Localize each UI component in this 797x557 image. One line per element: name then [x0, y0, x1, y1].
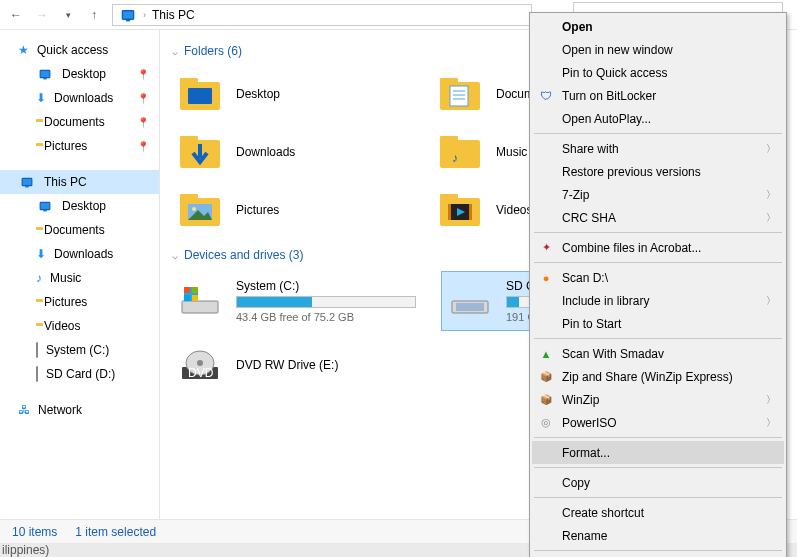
submenu-arrow-icon: 〉 [766, 416, 776, 430]
svg-rect-1 [180, 78, 198, 84]
sidebar-this-pc[interactable]: This PC [0, 170, 159, 194]
menu-create-shortcut[interactable]: Create shortcut [532, 501, 784, 524]
drive-usage-bar [236, 296, 416, 308]
sidebar-pc-downloads[interactable]: ⬇Downloads [0, 242, 159, 266]
folder-downloads[interactable]: Downloads [172, 126, 432, 178]
svg-rect-22 [469, 204, 472, 220]
svg-text:DVD: DVD [188, 366, 214, 380]
drive-dvd-e[interactable]: DVD DVD RW Drive (E:) [172, 336, 442, 394]
menu-format[interactable]: Format... [532, 441, 784, 464]
menu-restore-versions[interactable]: Restore previous versions [532, 160, 784, 183]
menu-scan-d[interactable]: ●Scan D:\ [532, 266, 784, 289]
address-bar[interactable]: › This PC [112, 4, 532, 26]
pin-icon: 📍 [137, 93, 149, 104]
svg-rect-4 [440, 78, 458, 84]
submenu-arrow-icon: 〉 [766, 211, 776, 225]
menu-share-with[interactable]: Share with〉 [532, 137, 784, 160]
svg-rect-27 [184, 295, 190, 301]
winzip-icon: 📦 [538, 369, 554, 385]
svg-rect-12 [440, 136, 458, 142]
desktop-icon [36, 67, 54, 81]
svg-rect-23 [182, 301, 218, 313]
downloads-icon: ⬇ [36, 247, 46, 261]
sidebar-pc-sdcard-d[interactable]: SD Card (D:) [0, 362, 159, 386]
menu-separator [534, 338, 782, 339]
submenu-arrow-icon: 〉 [766, 294, 776, 308]
svg-rect-28 [192, 295, 198, 301]
menu-open[interactable]: Open [532, 15, 784, 38]
sidebar-pc-documents[interactable]: Documents [0, 218, 159, 242]
chevron-right-icon: › [143, 10, 146, 20]
sidebar-pc-system-c[interactable]: System (C:) [0, 338, 159, 362]
drive-icon [446, 279, 494, 323]
menu-autoplay[interactable]: Open AutoPlay... [532, 107, 784, 130]
submenu-arrow-icon: 〉 [766, 188, 776, 202]
sidebar-network[interactable]: 🖧Network [0, 398, 159, 422]
drive-name: DVD RW Drive (E:) [236, 358, 438, 372]
svg-rect-11 [440, 140, 480, 168]
sidebar-pc-pictures[interactable]: Pictures [0, 290, 159, 314]
sidebar-pc-videos[interactable]: Videos [0, 314, 159, 338]
sidebar-qa-documents[interactable]: Documents📍 [0, 110, 159, 134]
avast-icon: ● [538, 270, 554, 286]
up-button[interactable]: ↑ [82, 3, 106, 27]
downloads-icon: ⬇ [36, 91, 46, 105]
menu-include-library[interactable]: Include in library〉 [532, 289, 784, 312]
menu-bitlocker[interactable]: 🛡Turn on BitLocker [532, 84, 784, 107]
sidebar-qa-pictures[interactable]: Pictures📍 [0, 134, 159, 158]
poweriso-icon: ◎ [538, 415, 554, 431]
this-pc-icon [18, 175, 36, 189]
menu-separator [534, 497, 782, 498]
menu-separator [534, 550, 782, 551]
breadcrumb-current[interactable]: This PC [152, 8, 195, 22]
folder-pictures[interactable]: Pictures [172, 184, 432, 236]
menu-7zip[interactable]: 7-Zip〉 [532, 183, 784, 206]
menu-winzip[interactable]: 📦WinZip〉 [532, 388, 784, 411]
smadav-icon: ▲ [538, 346, 554, 362]
svg-rect-25 [184, 287, 190, 293]
folder-desktop[interactable]: Desktop [172, 68, 432, 120]
menu-separator [534, 467, 782, 468]
menu-pin-quick-access[interactable]: Pin to Quick access [532, 61, 784, 84]
sidebar-qa-desktop[interactable]: Desktop📍 [0, 62, 159, 86]
menu-rename[interactable]: Rename [532, 524, 784, 547]
menu-separator [534, 133, 782, 134]
svg-rect-15 [180, 194, 198, 200]
drive-system-c[interactable]: System (C:) 43.4 GB free of 75.2 GB [172, 272, 442, 330]
recent-dropdown[interactable]: ▾ [56, 3, 80, 27]
menu-zip-share[interactable]: 📦Zip and Share (WinZip Express) [532, 365, 784, 388]
menu-combine-acrobat[interactable]: ✦Combine files in Acrobat... [532, 236, 784, 259]
svg-rect-2 [188, 88, 212, 104]
menu-pin-start[interactable]: Pin to Start [532, 312, 784, 335]
menu-open-new-window[interactable]: Open in new window [532, 38, 784, 61]
sidebar-qa-downloads[interactable]: ⬇Downloads📍 [0, 86, 159, 110]
status-item-count: 10 items [12, 525, 57, 539]
sidebar-pc-music[interactable]: ♪Music [0, 266, 159, 290]
drive-icon [36, 367, 38, 381]
status-selected-count: 1 item selected [75, 525, 156, 539]
navigation-pane: ★ Quick access Desktop📍 ⬇Downloads📍 Docu… [0, 30, 160, 533]
chevron-down-icon: ⌵ [172, 250, 178, 261]
svg-rect-19 [440, 194, 458, 200]
menu-copy[interactable]: Copy [532, 471, 784, 494]
sidebar-quick-access[interactable]: ★ Quick access [0, 38, 159, 62]
menu-crc-sha[interactable]: CRC SHA〉 [532, 206, 784, 229]
this-pc-icon [119, 8, 137, 22]
chevron-down-icon: ⌵ [172, 46, 178, 57]
drive-free-text: 43.4 GB free of 75.2 GB [236, 311, 438, 323]
forward-button[interactable]: → [30, 3, 54, 27]
svg-rect-30 [456, 303, 484, 311]
sidebar-pc-desktop[interactable]: Desktop [0, 194, 159, 218]
context-menu: Open Open in new window Pin to Quick acc… [529, 12, 787, 557]
videos-folder-icon [436, 188, 484, 232]
back-button[interactable]: ← [4, 3, 28, 27]
svg-point-17 [192, 207, 196, 211]
menu-poweriso[interactable]: ◎PowerISO〉 [532, 411, 784, 434]
menu-scan-smadav[interactable]: ▲Scan With Smadav [532, 342, 784, 365]
submenu-arrow-icon: 〉 [766, 142, 776, 156]
winzip-icon: 📦 [538, 392, 554, 408]
dvd-drive-icon: DVD [176, 343, 224, 387]
svg-rect-10 [180, 136, 198, 142]
submenu-arrow-icon: 〉 [766, 393, 776, 407]
downloads-folder-icon [176, 130, 224, 174]
